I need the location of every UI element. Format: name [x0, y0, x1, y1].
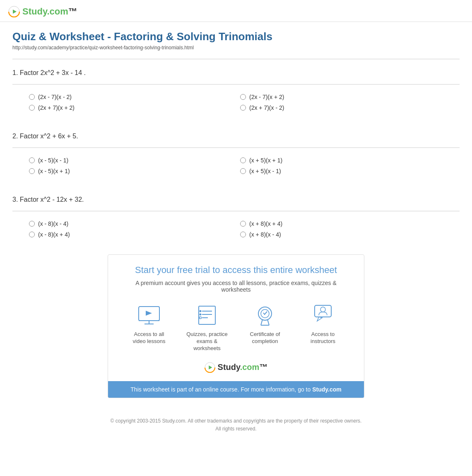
checklist-icon [196, 304, 218, 326]
promo-quiz-label: Quizzes, practice exams & worksheets [186, 331, 228, 352]
promo-video-label: Access to all video lessons [128, 331, 170, 345]
question-1-answers: (2x - 7)(x - 2) (2x - 7)(x + 2) (2x + 7)… [12, 89, 460, 115]
promo-logo-text: Study.com™ [218, 362, 268, 372]
q3-radio-c[interactable] [29, 232, 35, 237]
cert-icon-wrapper [253, 303, 277, 328]
q2-answer-c-text: (x - 5)(x + 1) [38, 168, 70, 174]
promo-footer: This worksheet is part of an online cour… [108, 381, 364, 398]
q3-answer-d[interactable]: (x + 8)(x - 4) [240, 231, 443, 238]
svg-point-13 [200, 314, 202, 316]
promo-footer-link[interactable]: Study.com [312, 386, 342, 393]
promo-subtitle: A premium account gives you access to al… [120, 280, 352, 293]
q2-answer-a[interactable]: (x - 5)(x - 1) [29, 157, 232, 164]
svg-marker-21 [317, 317, 322, 321]
promo-inner: Start your free trial to access this ent… [108, 255, 364, 381]
page-title: Quiz & Worksheet - Factoring & Solving T… [12, 30, 460, 43]
question-1-text: 1. Factor 2x^2 + 3x - 14 . [12, 64, 460, 79]
q1-answer-c[interactable]: (2x + 7)(x + 2) [29, 104, 232, 111]
q2-radio-b[interactable] [240, 157, 246, 163]
copyright-text: © copyright 2003-2015 Study.com. All oth… [12, 417, 460, 425]
question-3-block: 3. Factor x^2 - 12x + 32. (x - 8)(x - 4)… [12, 191, 460, 242]
svg-point-12 [200, 310, 202, 312]
q3-answer-a[interactable]: (x - 8)(x - 4) [29, 220, 232, 227]
q1-answer-c-text: (2x + 7)(x + 2) [38, 104, 75, 111]
svg-point-22 [320, 307, 325, 312]
q1-radio-a[interactable] [29, 94, 35, 100]
promo-cert-label: Certificate of completion [244, 331, 286, 345]
promo-logo-icon [205, 362, 215, 373]
divider-top [12, 59, 460, 59]
promo-icons: Access to all video lessons [120, 303, 352, 352]
certificate-icon [253, 304, 277, 327]
q3-answer-c-text: (x - 8)(x + 4) [38, 231, 70, 238]
q1-radio-b[interactable] [240, 94, 246, 100]
q1-answer-d[interactable]: (2x + 7)(x - 2) [240, 104, 443, 111]
q2-radio-a[interactable] [29, 157, 35, 163]
question-1-divider [12, 84, 460, 85]
header: Study.com™ [0, 0, 472, 22]
copyright: © copyright 2003-2015 Study.com. All oth… [12, 411, 460, 441]
question-3-answers: (x - 8)(x - 4) (x + 8)(x + 4) (x - 8)(x … [12, 216, 460, 242]
q1-radio-d[interactable] [240, 105, 246, 111]
logo-area: Study.com™ [8, 6, 464, 17]
quiz-icon-wrapper [195, 303, 219, 328]
svg-line-17 [261, 319, 262, 325]
promo-container: Start your free trial to access this ent… [12, 254, 460, 398]
monitor-play-icon [137, 305, 161, 326]
q2-radio-c[interactable] [29, 168, 35, 174]
svg-rect-8 [199, 306, 215, 324]
question-3-divider [12, 211, 460, 211]
video-icon-wrapper [137, 303, 161, 328]
q2-answer-d-text: (x + 5)(x - 1) [249, 168, 281, 174]
svg-point-14 [200, 317, 202, 319]
q3-radio-d[interactable] [240, 232, 246, 237]
promo-icon-instructor: Access to instructors [302, 303, 344, 352]
svg-line-18 [267, 319, 269, 325]
q2-answer-b[interactable]: (x + 5)(x + 1) [240, 157, 443, 164]
q3-answer-d-text: (x + 8)(x - 4) [249, 231, 281, 238]
instructor-icon [311, 304, 335, 327]
q3-answer-b-text: (x + 8)(x + 4) [249, 220, 282, 227]
q2-answer-d[interactable]: (x + 5)(x - 1) [240, 168, 443, 174]
q2-answer-a-text: (x - 5)(x - 1) [38, 157, 68, 164]
promo-logo: Study.com™ [120, 362, 352, 373]
page-content: Quiz & Worksheet - Factoring & Solving T… [0, 22, 472, 449]
promo-icon-video: Access to all video lessons [128, 303, 170, 352]
q1-answer-b[interactable]: (2x - 7)(x + 2) [240, 94, 443, 100]
promo-instructor-label: Access to instructors [302, 331, 344, 345]
logo-text: Study.com™ [22, 6, 77, 17]
question-2-answers: (x - 5)(x - 1) (x + 5)(x + 1) (x - 5)(x … [12, 153, 460, 179]
promo-icon-quiz: Quizzes, practice exams & worksheets [186, 303, 228, 352]
q2-answer-c[interactable]: (x - 5)(x + 1) [29, 168, 232, 174]
svg-marker-7 [146, 311, 152, 316]
q3-radio-a[interactable] [29, 221, 35, 227]
q2-radio-d[interactable] [240, 168, 246, 174]
q3-answer-c[interactable]: (x - 8)(x + 4) [29, 231, 232, 238]
q1-answer-d-text: (2x + 7)(x - 2) [249, 104, 284, 111]
q1-answer-a[interactable]: (2x - 7)(x - 2) [29, 94, 232, 100]
copyright-text2: All rights reserved. [12, 425, 460, 433]
promo-icon-cert: Certificate of completion [244, 303, 286, 352]
promo-footer-text: This worksheet is part of an online cour… [130, 386, 311, 393]
instructor-icon-wrapper [311, 303, 335, 328]
q1-answer-a-text: (2x - 7)(x - 2) [38, 94, 72, 100]
q3-answer-b[interactable]: (x + 8)(x + 4) [240, 220, 443, 227]
q1-radio-c[interactable] [29, 105, 35, 111]
q2-answer-b-text: (x + 5)(x + 1) [249, 157, 282, 164]
q3-answer-a-text: (x - 8)(x - 4) [38, 220, 68, 227]
q1-answer-b-text: (2x - 7)(x + 2) [249, 94, 284, 100]
study-logo-icon [8, 6, 20, 17]
page-url: http://study.com/academy/practice/quiz-w… [12, 45, 460, 51]
promo-title: Start your free trial to access this ent… [120, 265, 352, 275]
q3-radio-b[interactable] [240, 221, 246, 227]
question-1-block: 1. Factor 2x^2 + 3x - 14 . (2x - 7)(x - … [12, 64, 460, 115]
question-2-text: 2. Factor x^2 + 6x + 5. [12, 128, 460, 143]
question-2-divider [12, 147, 460, 148]
question-2-block: 2. Factor x^2 + 6x + 5. (x - 5)(x - 1) (… [12, 128, 460, 179]
promo-box: Start your free trial to access this ent… [108, 254, 364, 398]
question-3-text: 3. Factor x^2 - 12x + 32. [12, 191, 460, 206]
